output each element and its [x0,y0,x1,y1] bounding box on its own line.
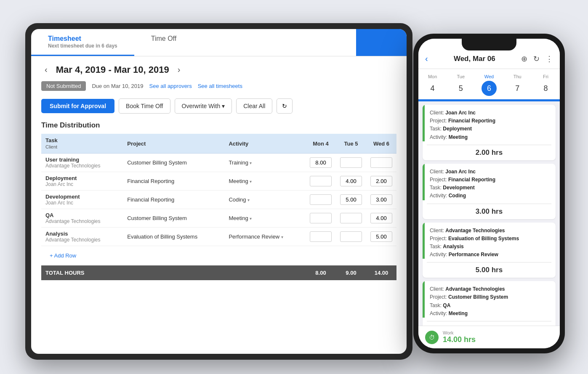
phone-calendar-days: Mon 4 Tue 5 Wed 6 Thu 7 Fri 8 [418,69,560,99]
tab-timeoff[interactable]: Time Off [134,29,193,56]
card-info: Client: Advantage Technologies Project: … [430,285,551,318]
task-name: Analysis [45,231,119,237]
mon-input[interactable] [310,194,332,205]
task-client-cell: Development Joan Arc Inc [41,191,123,209]
tue-input[interactable] [340,157,362,168]
card-top: Client: Advantage Technologies Project: … [423,223,556,259]
phone: ‹ Wed, Mar 06 ⊕ ↻ ⋮ Mon 4 Tue 5 Wed 6 Th… [413,34,565,353]
card-body: Client: Joan Arc Inc Project: Financial … [425,105,556,141]
next-date-arrow[interactable]: › [174,63,184,76]
tablet-tabs: Timesheet Next timesheet due in 6 days T… [31,29,407,56]
day-number: 5 [453,81,468,96]
tue-input[interactable] [340,231,362,242]
client-name: Joan Arc Inc [45,200,119,206]
task-client-cell: QA Advantage Technologies [41,209,123,228]
mon-cell [306,154,336,172]
timesheet-card[interactable]: Client: Joan Arc Inc Project: Financial … [423,105,556,160]
phone-date-title: Wed, Mar 06 [454,55,495,63]
tue-cell [336,172,366,191]
wed-input[interactable] [370,157,392,168]
day-number: 6 [482,81,497,96]
day-number: 7 [510,81,525,96]
tablet-main-content: ‹ Mar 4, 2019 - Mar 10, 2019 › Not Submi… [31,56,407,354]
project-cell: Customer Billing System [123,154,224,172]
card-top: Client: Joan Arc Inc Project: Financial … [423,164,556,200]
calendar-day[interactable]: Fri 8 [532,72,560,99]
card-info: Client: Joan Arc Inc Project: Financial … [430,168,551,200]
card-hours: 2.00 hrs [423,145,556,160]
wed-input[interactable] [370,213,392,223]
timesheet-card[interactable]: Client: Advantage Technologies Project: … [423,281,556,326]
activity-label: Meeting [229,215,248,221]
project-cell: Evaluation of Billing Systems [123,228,224,246]
timesheet-card[interactable]: Client: Advantage Technologies Project: … [423,223,556,278]
wed-input[interactable] [370,231,392,242]
activity-label: Training [229,159,248,166]
card-body: Client: Joan Arc Inc Project: Financial … [425,164,556,200]
card-info: Client: Advantage Technologies Project: … [430,227,551,259]
status-bar: Not Submitted Due on Mar 10, 2019 See al… [41,81,396,91]
project-cell: Financial Reporting [123,191,224,209]
tab-timesheet-subtitle: Next timesheet due in 6 days [48,43,117,49]
add-icon[interactable]: ⊕ [521,54,527,64]
mon-input[interactable] [310,157,332,168]
wed-cell [366,154,396,172]
see-approvers-link[interactable]: See all approvers [149,83,192,89]
work-icon: ⏱ [425,331,439,344]
mon-input[interactable] [310,213,332,223]
col-header-tue: Tue 5 [336,134,366,154]
tablet-screen: Timesheet Next timesheet due in 6 days T… [31,29,407,354]
task-name: QA [45,212,119,218]
more-icon[interactable]: ⋮ [545,54,553,64]
action-buttons: Submit for Approval Book Time Off Overwr… [41,98,396,114]
card-hours: 5.00 hrs [423,263,556,278]
task-client-cell: Deployment Joan Arc Inc [41,172,123,191]
table-row: Analysis Advantage Technologies Evaluati… [41,228,396,246]
footer-label: Work [443,330,476,335]
total-label: TOTAL HOURS [41,265,306,281]
mon-cell [306,228,336,246]
see-timesheets-link[interactable]: See all timesheets [198,83,242,89]
col-header-task: Task Client [41,134,123,154]
timesheet-card[interactable]: Client: Joan Arc Inc Project: Financial … [423,164,556,219]
wed-cell [366,228,396,246]
tue-input[interactable] [340,176,362,186]
mon-input[interactable] [310,176,332,186]
activity-dropdown-icon: ▾ [250,161,252,165]
calendar-day[interactable]: Tue 5 [447,72,475,99]
refresh-button[interactable]: ↻ [277,98,293,114]
refresh-icon[interactable]: ↻ [533,54,540,64]
clear-all-button[interactable]: Clear All [236,98,272,114]
activity-label: Coding [229,196,246,203]
overwrite-with-button[interactable]: Overwrite With ▾ [175,98,232,114]
tab-timeoff-label: Time Off [151,35,176,42]
client-name: Advantage Technologies [45,237,119,243]
activity-cell: Meeting ▾ [224,172,306,191]
day-name: Tue [447,74,474,79]
col-header-mon: Mon 4 [306,134,336,154]
total-tue: 9.00 [336,265,366,281]
mon-cell [306,172,336,191]
wed-input[interactable] [370,176,392,186]
wed-input[interactable] [370,194,392,205]
book-time-off-button[interactable]: Book Time Off [119,98,170,114]
calendar-day[interactable]: Mon 4 [418,72,447,99]
calendar-day[interactable]: Wed 6 [475,72,503,99]
table-row: Deployment Joan Arc Inc Financial Report… [41,172,396,191]
submit-approval-button[interactable]: Submit for Approval [41,99,114,113]
activity-label: Meeting [229,178,248,184]
footer-total: 14.00 hrs [443,335,476,344]
tue-input[interactable] [340,194,362,205]
back-button[interactable]: ‹ [425,54,428,64]
mon-input[interactable] [310,231,332,242]
total-row: TOTAL HOURS 8.00 9.00 14.00 [41,265,396,281]
tab-timesheet[interactable]: Timesheet Next timesheet due in 6 days [31,29,134,56]
activity-dropdown-icon: ▾ [250,179,252,184]
prev-date-arrow[interactable]: ‹ [41,63,51,76]
tue-input[interactable] [340,213,362,223]
status-badge: Not Submitted [41,81,86,91]
table-row: QA Advantage Technologies Customer Billi… [41,209,396,228]
add-row-link[interactable]: + Add Row [45,249,392,262]
calendar-day[interactable]: Thu 7 [503,72,532,99]
phone-footer: ⏱ Work 14.00 hrs [418,326,560,348]
